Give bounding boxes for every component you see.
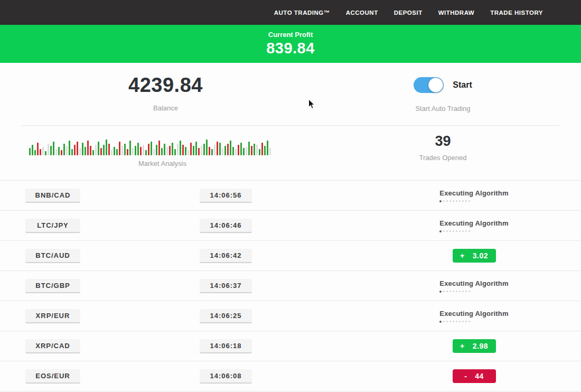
progress-dot [459,321,461,322]
market-bar [232,147,234,155]
progress-dot [468,200,470,202]
market-bar [58,147,60,155]
progress-dot [462,291,464,292]
market-bar [119,142,120,155]
trade-row: XRP/EUR 14:06:25 Executing Algorithm [0,301,581,331]
market-bar [32,145,33,155]
pair-pill: XRP/CAD [25,339,80,353]
market-bar [103,145,105,155]
executing-status: Executing Algorithm [439,279,508,293]
progress-dot [443,321,445,322]
nav-item[interactable]: AUTO TRADING™ [274,10,330,16]
market-bar [158,141,160,155]
progress-dots [439,200,508,202]
result-sign: + [460,251,465,260]
executing-label: Executing Algorithm [439,310,508,318]
market-bar [177,144,179,155]
progress-dot [462,321,464,322]
toggle-caption: Start [453,80,472,90]
trade-status: + 2.98 [401,331,547,361]
trade-status: + 3.02 [401,241,547,270]
market-bar [198,148,200,155]
market-bar [127,149,128,155]
market-analysis-label: Market Analysis [29,160,296,167]
pair-pill: EOS/EUR [25,369,80,384]
market-bar [251,146,252,155]
market-bar [193,146,194,155]
result-sign: + [460,342,465,350]
progress-dot [465,230,467,232]
market-bar [42,147,44,155]
market-bar [222,148,223,155]
progress-dot [468,321,470,322]
executing-status: Executing Algorithm [439,189,508,202]
market-bar [211,149,213,155]
trade-row: XRP/CAD 14:06:18 + 2.98 [0,331,581,361]
progress-dot [453,200,454,202]
market-bar [74,145,76,155]
market-bar [169,146,171,155]
trade-row: BNB/CAD 14:06:56 Executing Algorithm [0,181,581,211]
market-bar [63,144,65,155]
market-bar [203,144,205,155]
time-pill: 14:06:25 [200,309,252,323]
market-bar [50,146,52,155]
nav-item[interactable]: DEPOSIT [394,10,423,16]
market-bar [182,145,184,155]
market-bar [243,148,245,155]
market-bar [69,141,70,155]
progress-dot [439,291,442,293]
time-pill: 14:06:56 [200,189,252,203]
market-bar [29,148,31,155]
market-bar [248,142,250,155]
market-bar [224,146,226,155]
time-pill: 14:06:08 [200,369,252,384]
market-bar [79,148,81,155]
market-bar [219,143,221,155]
trading-dashboard: AUTO TRADING™ACCOUNTDEPOSITWITHDRAWTRADE… [0,0,581,392]
trades-list: BNB/CAD 14:06:56 Executing Algorithm LTC… [0,180,581,391]
progress-dot [465,321,467,322]
trades-opened-value: 39 [357,133,529,150]
market-bar [267,141,268,155]
market-bar [269,148,271,155]
time-pill: 14:06:46 [200,219,252,233]
market-bar [77,142,78,155]
market-bar [246,147,247,155]
progress-dot [439,200,442,202]
market-bar [264,146,266,155]
trades-opened-label: Trades Opened [357,154,529,162]
nav-item[interactable]: TRADE HISTORY [490,10,543,16]
market-bar [195,142,197,155]
nav-item[interactable]: ACCOUNT [346,10,378,16]
executing-label: Executing Algorithm [439,279,508,287]
market-bar [174,149,176,155]
nav-item[interactable]: WITHDRAW [438,10,475,16]
pair-pill: BNB/CAD [25,189,80,203]
trade-status: - 44 [401,361,547,391]
progress-dots [439,321,508,323]
market-bar [156,145,157,155]
market-bar [129,141,131,155]
market-bar [153,149,155,155]
market-bar [227,144,229,155]
balance-value: 4239.84 [0,74,331,97]
balance-block: 4239.84 Balance [0,74,331,112]
result-badge: - 44 [453,369,496,383]
progress-dot [456,230,457,232]
progress-dot [443,291,445,292]
progress-dot [446,230,448,232]
market-bar [90,146,91,155]
progress-dot [462,230,464,232]
market-bar [201,146,202,155]
current-profit-value: 839.84 [0,40,581,57]
market-bar [45,151,46,155]
progress-dot [459,291,461,292]
market-bar [166,147,168,155]
auto-trading-toggle[interactable] [414,77,444,93]
executing-label: Executing Algorithm [439,189,508,197]
time-pill: 14:06:37 [200,279,252,293]
market-bar [34,150,36,155]
trades-opened-block: 39 Trades Opened [357,133,529,162]
current-profit-banner: Current Profit 839.84 [0,25,581,63]
